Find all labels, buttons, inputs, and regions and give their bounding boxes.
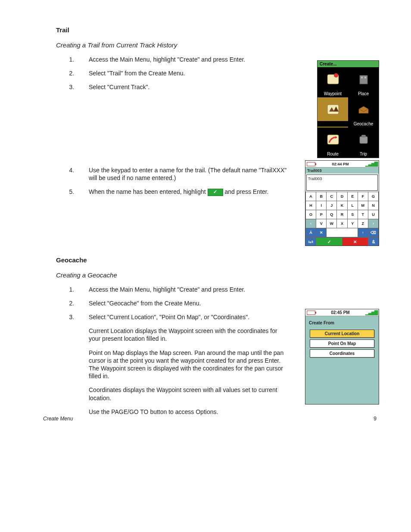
route-icon <box>326 128 340 151</box>
create-item-trip[interactable]: Trip <box>348 128 379 158</box>
signal-icon: ▁▃▅▇ <box>365 161 377 167</box>
geocache-step-2: Select "Geocache" from the Create Menu. <box>76 299 291 307</box>
keypad-numeric-key[interactable]: 1₂3 <box>305 238 316 246</box>
trip-icon <box>356 128 371 151</box>
svg-rect-6 <box>327 135 339 144</box>
geocache-para-4: Use the PAGE/GO TO button to access Opti… <box>89 408 289 416</box>
key-e[interactable]: E <box>347 192 358 201</box>
svg-rect-2 <box>360 75 367 84</box>
check-icon <box>208 189 223 196</box>
create-item-place[interactable]: Place <box>348 67 379 97</box>
keypad-time: 02:44 PM <box>332 162 349 166</box>
create-item-label: Route <box>318 151 348 157</box>
create-item-trail[interactable]: Trail <box>318 97 348 128</box>
key-a[interactable]: A <box>306 192 316 201</box>
geocache-subheading: Creating a Geocache <box>56 271 381 279</box>
cfrom-time: 02:45 PM <box>331 310 349 315</box>
key-g[interactable]: G <box>368 192 378 201</box>
trail-steps-1-3: Access the Main Menu, highlight "Create"… <box>56 56 278 91</box>
key-h[interactable]: H <box>306 201 316 210</box>
key-i[interactable]: I <box>316 201 327 210</box>
key-V[interactable]: V <box>316 219 327 228</box>
keypad-symbol-key[interactable]: & <box>368 238 379 246</box>
svg-point-1 <box>334 73 338 78</box>
create-item-label: Trail <box>318 121 348 127</box>
trail-step-4: Use the keypad to enter a name for the t… <box>76 166 291 182</box>
key-q[interactable]: Q <box>327 210 337 219</box>
device-create-from: 02:45 PM ▁▃▅▇ Create From Current Locati… <box>305 309 379 404</box>
create-item-geocache[interactable]: Geocache <box>348 97 379 128</box>
create-item-route[interactable]: Route <box>318 128 348 158</box>
cfrom-option-point-on-map[interactable]: Point On Map <box>310 339 374 348</box>
keypad-bottom-row: 1₂3 ✓ ✕ & <box>305 237 379 246</box>
geocache-para-1: Current Location displays the Waypoint s… <box>89 327 289 342</box>
keypad-keys: ABCDEFGHIJKLMNOPQRSTU‹VWXYZ›Ä✕↑⌫ <box>305 192 379 237</box>
key-b[interactable]: B <box>316 192 327 201</box>
cfrom-option-coordinates[interactable]: Coordinates <box>310 349 374 358</box>
key-o[interactable]: O <box>306 210 316 219</box>
cfrom-option-current-location[interactable]: Current Location <box>310 330 374 338</box>
key-m[interactable]: M <box>358 201 368 210</box>
trail-icon <box>326 97 340 121</box>
key-‹[interactable]: ‹ <box>306 219 316 228</box>
create-item-label: Trip <box>348 151 379 157</box>
geocache-para-2: Point on Map displays the Map screen. Pa… <box>89 349 289 380</box>
key-l[interactable]: L <box>347 201 358 210</box>
trail-step-5-pre: When the name has been entered, highligh… <box>89 188 208 195</box>
battery-icon <box>307 311 315 315</box>
key-n[interactable]: N <box>368 201 378 210</box>
key-✕[interactable]: ✕ <box>316 228 327 237</box>
keypad-text-entry[interactable]: Trail003 <box>306 174 378 191</box>
svg-rect-4 <box>364 77 366 78</box>
geocache-heading: Geocache <box>56 256 381 264</box>
create-item-label: Waypoint <box>318 91 348 96</box>
create-item-waypoint[interactable]: Waypoint <box>318 67 348 97</box>
key-c[interactable]: C <box>327 192 337 201</box>
key-p[interactable]: P <box>316 210 327 219</box>
cfrom-heading: Create From <box>305 316 379 328</box>
trail-steps-4-5: Use the keypad to enter a name for the t… <box>56 166 291 196</box>
waypoint-icon <box>326 67 340 91</box>
device-create-menu: Create... WaypointPlaceTrailGeocacheRout… <box>317 60 379 158</box>
keypad-ok-key[interactable]: ✓ <box>316 238 342 246</box>
trail-step-5: When the name has been entered, highligh… <box>76 188 291 196</box>
key-f[interactable]: F <box>358 192 368 201</box>
key-space[interactable] <box>327 228 358 237</box>
key-u[interactable]: U <box>368 210 378 219</box>
key-W[interactable]: W <box>327 219 337 228</box>
trail-step-3: Select "Current Track". <box>76 83 278 91</box>
svg-rect-8 <box>360 137 367 143</box>
geocache-step-1: Access the Main Menu, highlight "Create"… <box>76 286 291 293</box>
key-Y[interactable]: Y <box>347 219 358 228</box>
page-footer: Create Menu 9 <box>43 416 377 422</box>
key-Z[interactable]: Z <box>358 219 368 228</box>
trail-step-5-post: and press Enter. <box>224 188 268 195</box>
key-d[interactable]: D <box>337 192 347 201</box>
svg-rect-3 <box>361 77 363 78</box>
key-s[interactable]: S <box>347 210 358 219</box>
geocache-steps: Access the Main Menu, highlight "Create"… <box>56 286 291 321</box>
keypad-cancel-key[interactable]: ✕ <box>342 238 369 246</box>
geocache-icon <box>356 97 371 121</box>
key-⌫[interactable]: ⌫ <box>368 228 378 237</box>
place-icon <box>356 67 371 91</box>
geocache-step-3: Select "Current Location", "Point On Map… <box>76 313 291 321</box>
key-k[interactable]: K <box>337 201 347 210</box>
signal-icon: ▁▃▅▇ <box>365 310 377 315</box>
create-item-label: Geocache <box>348 121 379 127</box>
footer-page: 9 <box>374 416 377 422</box>
create-item-label: Place <box>348 91 379 96</box>
key-X[interactable]: X <box>337 219 347 228</box>
svg-rect-9 <box>361 135 366 137</box>
key-↑[interactable]: ↑ <box>358 228 368 237</box>
key-r[interactable]: R <box>337 210 347 219</box>
keypad-field-label: Trail003 <box>305 168 379 174</box>
key-j[interactable]: J <box>327 201 337 210</box>
trail-step-2: Select "Trail" from the Create Menu. <box>76 69 278 77</box>
key-›[interactable]: › <box>368 219 378 228</box>
trail-heading: Trail <box>56 26 381 34</box>
battery-icon <box>307 162 315 166</box>
key-Ä[interactable]: Ä <box>306 228 316 237</box>
key-t[interactable]: T <box>358 210 368 219</box>
geocache-para-3: Coordinates displays the Waypoint screen… <box>89 386 289 401</box>
